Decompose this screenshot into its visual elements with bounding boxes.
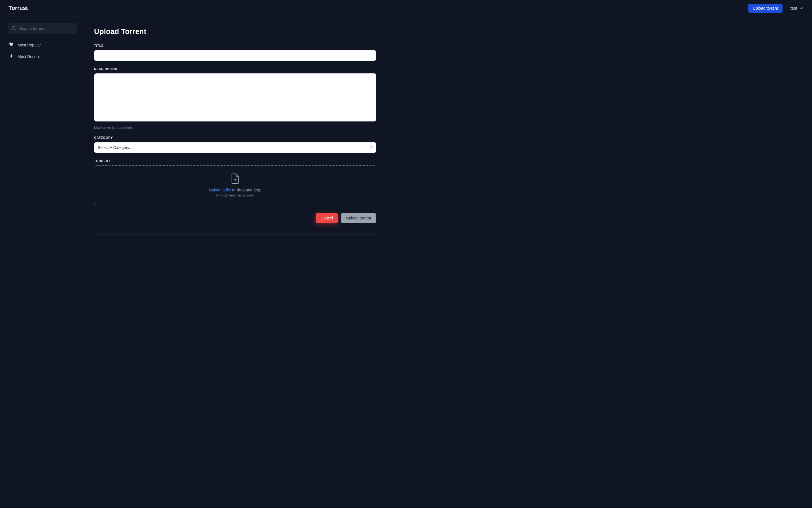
svg-line-1 bbox=[15, 29, 15, 30]
torrent-label: TORRENT bbox=[94, 159, 376, 163]
markdown-hint: Markdown is supported. bbox=[94, 125, 376, 130]
cancel-button[interactable]: Cancel bbox=[316, 213, 338, 223]
description-label: DESCRIPTION bbox=[94, 67, 376, 71]
dropzone-suffix: or drag and drop bbox=[231, 188, 261, 192]
divider bbox=[94, 235, 376, 235]
torrent-dropzone[interactable]: Upload a file or drag and drop Only .tor… bbox=[94, 165, 376, 205]
category-select-wrap: Select A Category... bbox=[94, 142, 376, 153]
chevron-down-icon bbox=[799, 6, 804, 10]
dropzone-text: Upload a file or drag and drop bbox=[99, 188, 371, 192]
page-title: Upload Torrent bbox=[94, 27, 376, 36]
upload-torrent-header-button[interactable]: Upload torrent bbox=[748, 4, 782, 13]
user-name-label: test bbox=[790, 6, 797, 10]
sidebar-item-most-recent[interactable]: Most Recent bbox=[8, 51, 77, 62]
description-textarea[interactable] bbox=[94, 73, 376, 122]
title-label: TITLE bbox=[94, 44, 376, 47]
upload-torrent-submit-button[interactable]: Upload torrent bbox=[341, 213, 376, 223]
brand-logo[interactable]: Torrust bbox=[8, 5, 28, 11]
sidebar-item-most-popular[interactable]: Most Popular bbox=[8, 39, 77, 51]
search-icon bbox=[11, 26, 16, 32]
form-actions: Cancel Upload torrent bbox=[94, 213, 376, 223]
category-label: CATEGORY bbox=[94, 136, 376, 139]
header-right: Upload torrent test bbox=[748, 4, 804, 13]
sidebar-item-label: Most Popular bbox=[17, 43, 41, 47]
user-menu[interactable]: test bbox=[790, 6, 804, 10]
dropzone-subtext: Only .torrent files allowed bbox=[99, 194, 371, 197]
app-header: Torrust Upload torrent test bbox=[0, 0, 812, 16]
content: Upload Torrent TITLE DESCRIPTION Markdow… bbox=[85, 16, 385, 252]
sidebar: Most Popular Most Recent bbox=[0, 16, 85, 252]
main-layout: Most Popular Most Recent Upload Torrent … bbox=[0, 16, 812, 252]
file-plus-icon bbox=[230, 173, 240, 185]
title-input[interactable] bbox=[94, 50, 376, 61]
bolt-icon bbox=[9, 53, 14, 59]
sidebar-item-label: Most Recent bbox=[17, 54, 40, 59]
category-select[interactable]: Select A Category... bbox=[94, 142, 376, 153]
upload-file-link[interactable]: Upload a file bbox=[209, 188, 231, 192]
search-field[interactable] bbox=[8, 23, 77, 34]
heart-icon bbox=[9, 42, 14, 48]
search-input[interactable] bbox=[19, 26, 74, 31]
